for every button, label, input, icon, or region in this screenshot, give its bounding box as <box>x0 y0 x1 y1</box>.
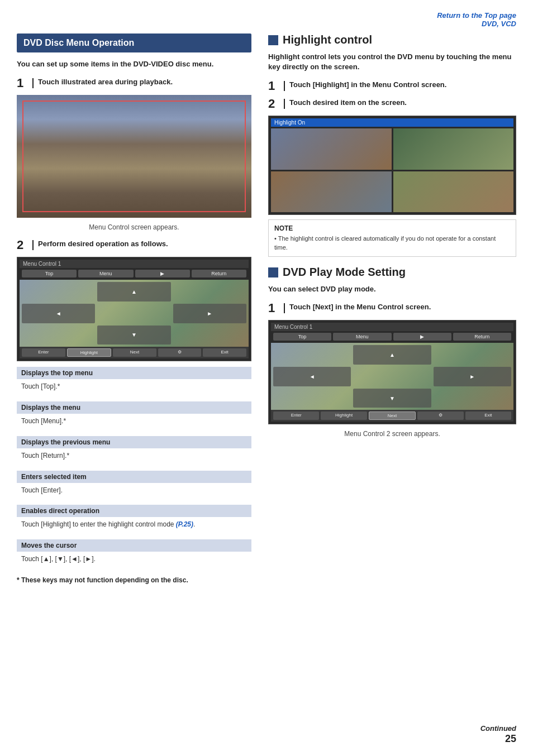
feature-header-5: Moves the cursor <box>17 539 251 552</box>
step1-image <box>17 95 251 218</box>
highlight-section-title: Highlight control <box>283 34 372 46</box>
top-link[interactable]: Return to the Top page DVD, VCD <box>17 11 516 28</box>
step-2: 2 Perform desired operation as follows. <box>17 239 251 251</box>
section-title: DVD Disc Menu Operation <box>17 34 251 52</box>
step1-caption: Menu Control screen appears. <box>17 223 251 231</box>
feature-cursor: Moves the cursor Touch [▲], [▼], [◄], [►… <box>17 539 251 567</box>
exit-footer-btn[interactable]: Exit <box>203 348 246 357</box>
highlight-footer-btn-2[interactable]: Highlight <box>321 412 367 420</box>
return-btn-2[interactable]: Return <box>453 333 511 341</box>
nav-left-btn-2[interactable]: ◄ <box>273 367 351 386</box>
enter-footer-btn[interactable]: Enter <box>22 348 65 357</box>
step-1: 1 Touch illustrated area during playback… <box>17 77 251 89</box>
highlight-cell-br <box>393 171 514 213</box>
highlight-step-1: 1 Touch [Highlight] in the Menu Control … <box>268 80 516 92</box>
highlight-cell-tl <box>271 128 392 170</box>
nav-right-btn[interactable]: ► <box>173 304 246 323</box>
settings-footer-btn-2[interactable]: ⚙ <box>417 412 463 420</box>
step-2-divider <box>32 240 34 250</box>
next-footer-btn[interactable]: Next <box>113 348 156 357</box>
highlight-intro: Highlight control lets you control the D… <box>268 52 516 72</box>
step-1-divider <box>32 78 34 88</box>
nav-left-btn[interactable]: ◄ <box>22 304 95 323</box>
step-1-number: 1 <box>17 77 28 89</box>
menu-btn[interactable]: Menu <box>78 270 133 277</box>
step-2-text: Perform desired operation as follows. <box>38 239 168 249</box>
feature-detail-0: Touch [Top].* <box>17 381 251 395</box>
dvd-play-step-1-number: 1 <box>268 302 279 314</box>
nav-up-btn-2[interactable]: ▲ <box>353 345 431 365</box>
enter-footer-btn-2[interactable]: Enter <box>273 412 319 420</box>
step-1-text: Touch illustrated area during playback. <box>38 77 173 87</box>
highlight-detail-link[interactable]: (P.25) <box>176 520 193 528</box>
arrow-btn[interactable]: ▶ <box>135 270 190 277</box>
red-overlay <box>22 101 246 212</box>
highlight-section-square <box>268 35 278 45</box>
highlight-detail-prefix: Touch [Highlight] to enter the highlight… <box>21 520 176 528</box>
top-link-line1[interactable]: Return to the Top page <box>17 11 516 20</box>
next-footer-btn-2[interactable]: Next <box>369 412 416 420</box>
dvd-play-step-1: 1 Touch [Next] in the Menu Control scree… <box>268 302 516 314</box>
city-screenshot <box>17 95 251 218</box>
dvd-play-step-1-divider <box>284 303 285 313</box>
continued-text: Continued <box>480 724 516 733</box>
right-column: Highlight control Highlight control lets… <box>268 34 516 585</box>
dvd-play-section-title: DVD Play Mode Setting <box>283 266 406 279</box>
page-number: 25 <box>505 733 516 745</box>
feature-highlight: Enables direct operation Touch [Highligh… <box>17 505 251 533</box>
feature-header-0: Displays the top menu <box>17 367 251 379</box>
highlight-step-1-text: Touch [Highlight] in the Menu Control sc… <box>289 80 446 90</box>
left-column: DVD Disc Menu Operation You can set up s… <box>17 34 251 585</box>
feature-header-3: Enters selected item <box>17 471 251 483</box>
highlight-step-1-divider <box>284 81 285 91</box>
feature-header-1: Displays the menu <box>17 401 251 414</box>
dvd-play-section-square <box>268 267 278 277</box>
dvd-play-caption: Menu Control 2 screen appears. <box>268 430 516 438</box>
menu-control-screen-2: Menu Control 1 Top Menu ▶ Return ▲ ◄ ► ▼… <box>268 320 516 424</box>
page: Return to the Top page DVD, VCD DVD Disc… <box>0 0 533 756</box>
menu-ctrl-2-top-buttons: Top Menu ▶ Return <box>271 333 513 341</box>
exit-footer-btn-2[interactable]: Exit <box>465 412 511 420</box>
highlight-step-1-number: 1 <box>268 80 279 92</box>
highlight-screen: Highlight On <box>268 116 516 215</box>
menu-ctrl-2-nav-area: ▲ ◄ ► ▼ <box>271 343 513 410</box>
menu-ctrl-header-label: Menu Control 1 <box>20 260 249 268</box>
menu-ctrl-2-footer: Enter Highlight Next ⚙ Exit <box>271 410 513 422</box>
highlight-on-label: Highlight On <box>271 118 513 127</box>
arrow-btn-2[interactable]: ▶ <box>393 333 451 341</box>
feature-menu: Displays the menu Touch [Menu].* <box>17 401 251 429</box>
dvd-play-step-1-text: Touch [Next] in the Menu Control screen. <box>289 302 431 312</box>
dvd-play-intro: You can select DVD play mode. <box>268 284 516 294</box>
top-link-line2[interactable]: DVD, VCD <box>17 20 516 28</box>
menu-btn-2[interactable]: Menu <box>333 333 391 341</box>
return-btn[interactable]: Return <box>192 270 246 277</box>
step-2-number: 2 <box>17 239 28 251</box>
feature-prev-menu: Displays the previous menu Touch [Return… <box>17 436 251 464</box>
nav-up-btn[interactable]: ▲ <box>97 282 170 302</box>
top-btn-2[interactable]: Top <box>273 333 331 341</box>
menu-ctrl-nav-area: ▲ ◄ ► ▼ <box>20 280 249 347</box>
footer-note: * These keys may not function depending … <box>17 575 251 585</box>
feature-header-2: Displays the previous menu <box>17 436 251 448</box>
note-title: NOTE <box>274 224 510 232</box>
highlight-detail-suffix: . <box>193 520 195 528</box>
dvd-play-section-heading: DVD Play Mode Setting <box>268 266 516 279</box>
settings-footer-btn[interactable]: ⚙ <box>158 348 202 357</box>
nav-right-btn-2[interactable]: ► <box>434 367 511 386</box>
note-text: • The highlight control is cleared autom… <box>274 235 510 252</box>
feature-header-4: Enables direct operation <box>17 505 251 517</box>
nav-down-btn[interactable]: ▼ <box>97 326 170 345</box>
menu-ctrl-footer: Enter Highlight Next ⚙ Exit <box>20 347 249 358</box>
nav-down-btn-2[interactable]: ▼ <box>353 389 431 408</box>
highlight-step-2-number: 2 <box>268 98 279 110</box>
menu-ctrl-2-header-label: Menu Control 1 <box>271 323 513 331</box>
feature-detail-3: Touch [Enter]. <box>17 485 251 499</box>
highlight-step-2-divider <box>284 99 285 109</box>
highlight-step-2-text: Touch desired item on the screen. <box>289 98 407 108</box>
menu-control-screen-1: Menu Control 1 Top Menu ▶ Return ▲ ◄ ► ▼… <box>17 257 251 361</box>
feature-detail-2: Touch [Return].* <box>17 450 251 464</box>
left-intro: You can set up some items in the DVD-VID… <box>17 59 251 69</box>
top-btn[interactable]: Top <box>22 270 77 277</box>
highlight-footer-btn[interactable]: Highlight <box>67 348 112 357</box>
note-box: NOTE • The highlight control is cleared … <box>268 219 516 257</box>
